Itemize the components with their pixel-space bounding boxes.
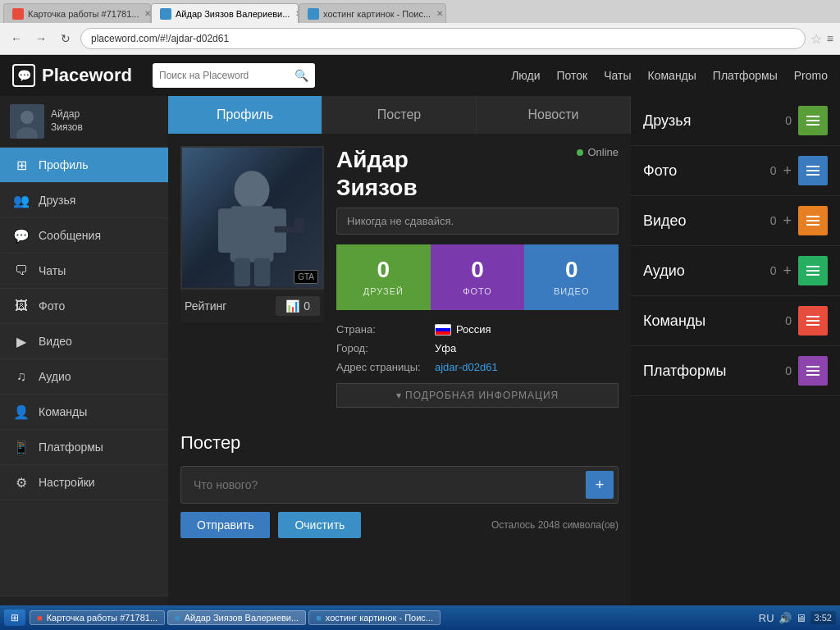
bookmark-button[interactable]: ☆	[810, 31, 822, 47]
forward-button[interactable]: →	[31, 29, 51, 48]
profile-icon: ⊞	[12, 156, 30, 174]
address-bar[interactable]: placeword.com/#!/ajdar-d02d61	[80, 28, 806, 49]
rs-video-menu[interactable]	[798, 206, 828, 235]
svg-rect-5	[231, 206, 274, 262]
rs-friends-menu[interactable]	[798, 106, 828, 135]
tab-icon-1	[12, 8, 24, 20]
rs-video-label: Видео	[643, 212, 770, 230]
browser-tab-3[interactable]: хостинг картинок - Поис... ✕	[299, 3, 446, 23]
refresh-button[interactable]: ↻	[56, 29, 75, 48]
detail-row-address: Адрес страницы: ajdar-d02d61	[336, 358, 619, 377]
friends-label: ДРУЗЕЙ	[363, 286, 404, 296]
search-input[interactable]	[159, 70, 290, 81]
poster-chars-left: Осталось 2048 символа(ов)	[491, 519, 619, 531]
profile-name: Айдар Зиязов	[336, 146, 418, 201]
profile-photo-column: GTA Рейтинг 📊 0	[180, 146, 324, 408]
detail-row-country: Страна: Россия	[336, 320, 619, 339]
rs-audio-count: 0	[770, 264, 777, 277]
profile-motto: Никогда не сдавайся.	[336, 208, 619, 235]
profile-photo-image	[182, 148, 322, 288]
browser-tab-2[interactable]: Айдар Зиязов Валериеви... ✕	[151, 3, 299, 23]
hamburger-icon-platforms	[806, 366, 819, 376]
rs-photos-label: Фото	[643, 162, 770, 180]
top-navbar: 💬 Placeword 🔍 Люди Поток Чаты Команды Пл…	[0, 55, 840, 96]
messages-icon: 💬	[12, 226, 30, 244]
search-button[interactable]: 🔍	[294, 69, 308, 82]
browser-tab-1[interactable]: Карточка работы #71781... ✕	[3, 3, 151, 23]
poster-actions: Отправить Очистить Осталось 2048 символа…	[180, 512, 619, 538]
start-button[interactable]: ⊞	[4, 609, 25, 626]
taskbar-item-1[interactable]: ■ Карточка работы #71781...	[30, 610, 165, 625]
tab-close-3[interactable]: ✕	[435, 9, 445, 18]
taskbar-item-1-icon: ■	[37, 613, 43, 623]
more-info-button[interactable]: ▾ ПОДРОБНАЯ ИНФОРМАЦИЯ	[336, 383, 619, 408]
sidebar-profile-section[interactable]: Айдар Зиязов	[0, 96, 168, 148]
profile-content-area: GTA Рейтинг 📊 0 Айдар	[168, 134, 631, 420]
sidebar-item-chats[interactable]: 🗨 Чаты	[0, 253, 168, 289]
poster-input[interactable]	[181, 468, 582, 501]
nav-link-people[interactable]: Люди	[511, 69, 540, 82]
sidebar-item-platforms-label: Платформы	[39, 441, 103, 454]
hamburger-icon-video	[806, 216, 819, 226]
poster-add-button[interactable]: +	[586, 471, 614, 499]
nav-link-teams[interactable]: Команды	[648, 69, 696, 82]
poster-clear-button[interactable]: Очистить	[278, 512, 361, 538]
tab-icon-2	[160, 8, 171, 20]
sidebar-item-audio[interactable]: ♫ Аудио	[0, 359, 168, 395]
sidebar-username: Айдар Зиязов	[51, 108, 83, 134]
sidebar-item-messages[interactable]: 💬 Сообщения	[0, 218, 168, 253]
sidebar-item-platforms[interactable]: 📱 Платформы	[0, 430, 168, 465]
poster-buttons: Отправить Очистить	[180, 512, 361, 538]
stat-photos[interactable]: 0 ФОТО	[431, 244, 525, 310]
rs-teams-menu[interactable]	[798, 306, 828, 336]
taskbar-volume-icon: 🔊	[778, 612, 792, 624]
rating-bar-icon: 📊	[285, 299, 299, 313]
poster-submit-button[interactable]: Отправить	[180, 512, 270, 538]
sidebar-item-profile[interactable]: ⊞ Профиль	[0, 148, 168, 183]
windows-icon: ⊞	[11, 612, 19, 623]
tab-label-2: Айдар Зиязов Валериеви...	[176, 9, 290, 19]
video-icon: ▶	[12, 332, 30, 350]
sidebar-item-photos[interactable]: 🖼 Фото	[0, 289, 168, 324]
menu-button[interactable]: ≡	[827, 32, 833, 45]
nav-link-stream[interactable]: Поток	[557, 69, 588, 82]
sidebar-avatar	[10, 104, 44, 139]
nav-links: Люди Поток Чаты Команды Платформы Promo	[511, 69, 828, 82]
sidebar-item-settings[interactable]: ⚙ Настройки	[0, 465, 168, 500]
nav-link-promo[interactable]: Promo	[794, 69, 828, 82]
tab-profile[interactable]: Профиль	[168, 96, 322, 134]
tab-poster[interactable]: Постер	[322, 96, 477, 134]
photos-icon: 🖼	[12, 297, 30, 315]
rs-platforms-menu[interactable]	[798, 356, 828, 386]
rs-photos-add[interactable]: +	[783, 162, 792, 180]
tab-close-1[interactable]: ✕	[143, 9, 151, 18]
rs-platforms-count: 0	[785, 364, 792, 377]
right-sidebar: Друзья 0 Фото 0 +	[631, 96, 840, 630]
rs-audio-add[interactable]: +	[783, 262, 792, 280]
hamburger-icon-friends	[806, 116, 819, 126]
address-value[interactable]: ajdar-d02d61	[435, 361, 498, 373]
poster-title: Постер	[180, 432, 619, 454]
back-button[interactable]: ←	[7, 29, 26, 48]
taskbar-item-3[interactable]: ■ хостинг картинок - Поис...	[308, 610, 441, 625]
taskbar-item-2[interactable]: ■ Айдар Зиязов Валериеви...	[167, 610, 306, 625]
profile-photo[interactable]: GTA	[180, 146, 324, 290]
stat-friends[interactable]: 0 ДРУЗЕЙ	[336, 244, 431, 310]
rs-video-add[interactable]: +	[783, 212, 792, 230]
sidebar-item-video[interactable]: ▶ Видео	[0, 324, 168, 359]
rs-item-audio: Аудио 0 +	[631, 246, 840, 296]
country-value: Россия	[435, 323, 491, 336]
logo-text: Placeword	[42, 65, 132, 86]
sidebar-item-profile-label: Профиль	[39, 158, 88, 171]
sidebar-item-friends[interactable]: 👥 Друзья	[0, 183, 168, 218]
tab-news[interactable]: Новости	[477, 96, 631, 134]
rs-photos-menu[interactable]	[798, 156, 828, 185]
rs-teams-count: 0	[785, 314, 792, 327]
nav-link-chats[interactable]: Чаты	[604, 69, 631, 82]
sidebar-item-teams[interactable]: 👤 Команды	[0, 395, 168, 430]
rs-audio-menu[interactable]	[798, 256, 828, 285]
rs-platforms-label: Платформы	[643, 363, 785, 380]
stat-videos[interactable]: 0 ВИДЕО	[524, 244, 619, 310]
nav-link-platforms[interactable]: Платформы	[713, 69, 778, 82]
main-area: Айдар Зиязов ⊞ Профиль 👥 Друзья 💬 Сообще…	[0, 96, 840, 630]
